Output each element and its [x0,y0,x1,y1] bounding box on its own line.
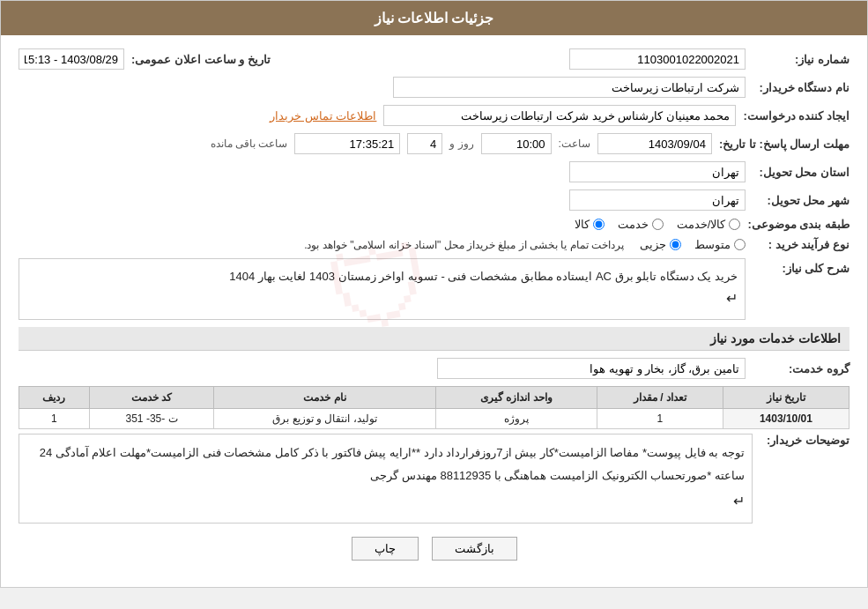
requester-row: ایجاد کننده درخواست: اطلاعات تماس خریدار [19,105,849,126]
back-button[interactable]: بازگشت [432,537,517,561]
general-desc-arrow: ↵ [726,291,738,306]
category-khedmat-radio[interactable] [652,219,664,230]
print-button[interactable]: چاپ [352,537,419,561]
button-row: بازگشت چاپ [19,537,849,561]
buyer-notes-text: توجه به فایل پیوست* مفاصا الزامیست*کار ب… [40,446,745,482]
category-radio-group: کالا/خدمت خدمت کالا [575,218,741,231]
col-header-row: ردیف [19,387,90,409]
cell-code: ت -35- 351 [89,409,213,429]
buyer-notes-row: توضیحات خریدار: توجه به فایل پیوست* مفاص… [19,434,849,524]
requester-label: ایجاد کننده درخواست: [743,109,849,123]
purchase-type-label: نوع فرآیند خرید : [753,238,849,251]
general-desc-row: شرح کلی نیاز: خرید یک دستگاه تابلو برق A… [19,258,849,320]
remaining-time-label: ساعت باقی مانده [211,137,288,150]
buyer-org-input [393,77,746,98]
category-kala-khedmat-label: کالا/خدمت [677,218,726,231]
col-header-name: نام خدمت [214,387,435,409]
service-group-input [437,358,746,379]
purchase-motaset-label: متوسط [694,238,731,251]
cell-unit: پروژه [435,409,597,429]
buyer-org-row: نام دستگاه خریدار: [19,77,849,98]
province-input [569,161,746,182]
service-group-row: گروه خدمت: [19,358,849,379]
buyer-org-label: نام دستگاه خریدار: [753,81,849,94]
purchase-motaset-radio[interactable] [734,239,746,250]
requester-input [383,105,736,126]
response-deadline-label: مهلت ارسال پاسخ: تا تاریخ: [719,137,849,151]
contact-link[interactable]: اطلاعات تماس خریدار [270,109,376,123]
purchase-type-radio-group: متوسط جزیی [640,238,746,251]
cell-date: 1403/10/01 [723,409,849,429]
category-row: طبقه بندی موضوعی: کالا/خدمت خدمت کالا [19,218,849,231]
buyer-notes-arrow: ↵ [733,494,745,509]
remaining-days-input [407,133,442,154]
need-number-input [569,48,746,70]
general-desc-text: خرید یک دستگاه تابلو برق AC ایستاده مطاب… [229,270,738,283]
buyer-notes-box: توجه به فایل پیوست* مفاصا الزامیست*کار ب… [19,434,753,524]
purchase-jozyi-item[interactable]: جزیی [640,238,681,251]
response-time-input [481,133,552,154]
city-label: شهر محل تحویل: [753,194,849,207]
cell-name: تولید، انتقال و توزیع برق [214,409,435,429]
col-header-unit: واحد اندازه گیری [435,387,597,409]
page-header: جزئیات اطلاعات نیاز [1,1,867,35]
service-table: تاریخ نیاز تعداد / مقدار واحد اندازه گیر… [19,386,849,429]
need-number-label: شماره نیاز: [753,53,849,66]
purchase-type-row: نوع فرآیند خرید : متوسط جزیی پرداخت تمام… [19,238,849,251]
table-row: 1403/10/01 1 پروژه تولید، انتقال و توزیع… [19,409,849,429]
col-header-quantity: تعداد / مقدار [597,387,723,409]
category-kala-khedmat-item[interactable]: کالا/خدمت [677,218,741,231]
general-desc-label: شرح کلی نیاز: [753,258,849,275]
province-row: استان محل تحویل: [19,161,849,182]
response-deadline-row: مهلت ارسال پاسخ: تا تاریخ: ساعت: روز و س… [19,133,849,154]
category-khedmat-label: خدمت [618,218,649,231]
city-input [569,189,746,211]
response-time-label: ساعت: [559,137,590,150]
category-kala-khedmat-radio[interactable] [729,219,740,230]
category-kala-radio[interactable] [593,219,605,230]
cell-row: 1 [19,409,90,429]
category-label: طبقه بندی موضوعی: [747,218,849,231]
general-desc-box: خرید یک دستگاه تابلو برق AC ایستاده مطاب… [19,258,746,320]
cell-quantity: 1 [597,409,723,429]
purchase-note: پرداخت تمام یا بخشی از مبلغ خریداز محل "… [304,239,624,251]
remaining-days-label: روز و [449,137,473,150]
announcement-date-input [19,48,124,70]
page-title: جزئیات اطلاعات نیاز [375,11,494,26]
province-label: استان محل تحویل: [753,166,849,179]
city-row: شهر محل تحویل: [19,189,849,211]
category-kala-label: کالا [575,218,590,231]
top-row: شماره نیاز: تاریخ و ساعت اعلان عمومی: [19,48,849,70]
purchase-motaset-item[interactable]: متوسط [694,238,746,251]
buyer-notes-label: توضیحات خریدار: [761,434,849,447]
col-header-code: کد خدمت [89,387,213,409]
response-date-input [597,133,712,154]
remaining-time-input [294,133,400,154]
service-group-label: گروه خدمت: [753,362,849,375]
col-header-date: تاریخ نیاز [723,387,849,409]
category-khedmat-item[interactable]: خدمت [618,218,664,231]
purchase-jozyi-label: جزیی [640,238,666,251]
announcement-date-label: تاریخ و ساعت اعلان عمومی: [131,53,271,66]
category-kala-item[interactable]: کالا [575,218,605,231]
purchase-jozyi-radio[interactable] [670,239,681,250]
service-info-title: اطلاعات خدمات مورد نیاز [19,327,849,351]
